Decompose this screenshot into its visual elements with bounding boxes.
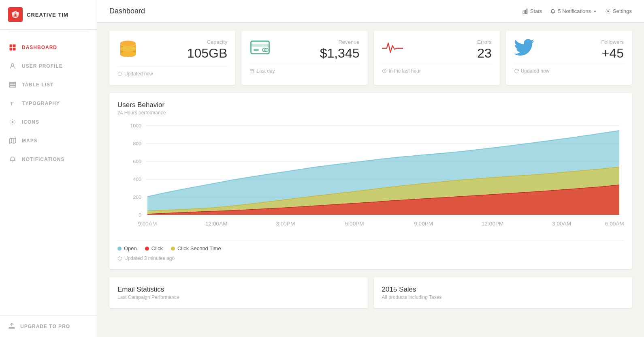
- chart-updated-text: Updated 3 minutes ago: [124, 255, 175, 261]
- chevron-down-icon: [593, 9, 597, 13]
- dashboard-svg: [9, 44, 16, 51]
- svg-text:9:00PM: 9:00PM: [414, 221, 433, 227]
- sidebar-item-icons[interactable]: ICONS: [0, 113, 97, 131]
- sidebar-item-user-profile[interactable]: USER PROFILE: [0, 57, 97, 75]
- svg-point-24: [607, 11, 609, 12]
- database-svg: [117, 39, 139, 60]
- sidebar-label-table-list: TABLE LIST: [22, 82, 53, 88]
- chart-legend: Open Click Click Second Time: [117, 240, 624, 251]
- upgrade-label: UPGRADE TO PRO: [20, 324, 70, 329]
- svg-text:12:00AM: 12:00AM: [205, 221, 228, 227]
- stats-action[interactable]: Stats: [522, 8, 542, 14]
- sidebar-label-dashboard: DASHBOARD: [22, 45, 57, 50]
- legend-click-dot: [145, 247, 149, 251]
- svg-point-25: [120, 41, 136, 46]
- capacity-footer-text: Updated now: [124, 71, 153, 77]
- upgrade-to-pro-button[interactable]: UPGRADE TO PRO: [8, 322, 89, 331]
- sidebar: CREATIVE TIM DASHBOARD: [0, 0, 97, 337]
- icons-svg: [9, 118, 16, 126]
- email-stats-title: Email Statistics: [117, 285, 360, 294]
- errors-info: Errors 23: [477, 39, 492, 60]
- svg-rect-29: [251, 44, 269, 47]
- sidebar-label-typography: TYPOGRAPHY: [22, 101, 60, 106]
- sidebar-divider: [8, 32, 89, 32]
- svg-rect-23: [526, 9, 527, 13]
- sidebar-item-maps[interactable]: MAPS: [0, 131, 97, 150]
- svg-rect-4: [10, 45, 13, 47]
- svg-rect-20: [9, 328, 15, 328]
- svg-point-27: [120, 51, 136, 57]
- capacity-info: Capacity 105GB: [187, 39, 228, 60]
- icons-nav-icon: [8, 118, 17, 127]
- chart-updated: Updated 3 minutes ago: [117, 255, 624, 261]
- legend-click: Click: [145, 245, 163, 251]
- calendar-icon: [249, 69, 254, 73]
- sidebar-item-table-list[interactable]: TABLE LIST: [0, 75, 97, 94]
- settings-action[interactable]: Settings: [605, 8, 632, 14]
- sidebar-item-typography[interactable]: T TYPOGRAPHY: [0, 94, 97, 113]
- svg-rect-5: [13, 45, 16, 47]
- sales-title: 2015 Sales: [382, 285, 624, 294]
- sidebar-footer: UPGRADE TO PRO: [0, 316, 97, 337]
- content-area: Capacity 105GB Updated now: [97, 23, 644, 337]
- svg-text:3:00PM: 3:00PM: [276, 221, 295, 227]
- svg-text:400: 400: [133, 177, 141, 182]
- svg-point-8: [11, 64, 14, 66]
- notifications-action[interactable]: 5 Notifications: [550, 8, 597, 14]
- database-icon: [117, 39, 139, 62]
- twitter-icon: [514, 39, 534, 58]
- stats-icon: [522, 9, 528, 14]
- svg-rect-9: [10, 82, 16, 84]
- sidebar-logo: CREATIVE TIM: [0, 0, 97, 30]
- revenue-value: $1,345: [320, 47, 360, 60]
- typography-svg: T: [9, 100, 16, 107]
- capacity-label: Capacity: [187, 39, 228, 45]
- user-svg: [9, 62, 16, 70]
- svg-rect-7: [13, 48, 16, 51]
- sidebar-label-icons: ICONS: [22, 119, 39, 125]
- header: Dashboard Stats 5 Notifications: [97, 0, 644, 23]
- logo-icon: [8, 7, 23, 22]
- notifications-label: 5 Notifications: [558, 8, 591, 14]
- svg-text:0: 0: [139, 213, 141, 217]
- svg-text:9:00AM: 9:00AM: [138, 221, 157, 227]
- table-list-icon: [8, 80, 17, 89]
- errors-label: Errors: [477, 39, 492, 45]
- twitter-svg: [514, 39, 534, 56]
- svg-text:200: 200: [133, 195, 141, 200]
- sidebar-label-notifications: NOTIFICATIONS: [22, 157, 64, 162]
- stat-card-followers: Followers +45 Updated now: [506, 31, 632, 85]
- followers-value: +45: [601, 47, 624, 60]
- stat-card-capacity: Capacity 105GB Updated now: [109, 31, 235, 85]
- header-actions: Stats 5 Notifications Settings: [522, 8, 632, 14]
- chart-subtitle: 24 Hours performance: [117, 110, 624, 116]
- sidebar-item-dashboard[interactable]: DASHBOARD: [0, 38, 97, 57]
- svg-rect-21: [523, 11, 524, 13]
- revenue-footer: Last day: [249, 64, 359, 74]
- refresh-icon: [117, 71, 122, 76]
- notifications-svg: [9, 156, 16, 163]
- upload-svg: [8, 322, 15, 329]
- upgrade-icon: [8, 322, 15, 331]
- legend-click-second-dot: [171, 247, 175, 251]
- payment-card-svg: [249, 39, 271, 56]
- svg-point-13: [12, 122, 13, 123]
- chart-refresh-icon: [117, 256, 122, 261]
- chart-title: Users Behavior: [117, 101, 624, 109]
- bottom-row: Email Statistics Last Campaign Performan…: [109, 277, 632, 308]
- sales-card: 2015 Sales All products including Taxes: [374, 277, 632, 308]
- stats-row: Capacity 105GB Updated now: [109, 31, 632, 85]
- svg-rect-30: [254, 49, 259, 51]
- heartbeat-svg: [382, 39, 403, 56]
- sales-subtitle: All products including Taxes: [382, 294, 624, 300]
- email-statistics-card: Email Statistics Last Campaign Performan…: [109, 277, 368, 308]
- sidebar-label-maps: MAPS: [22, 138, 38, 144]
- legend-open-dot: [117, 247, 122, 251]
- errors-footer-text: In the last hour: [389, 68, 421, 74]
- sidebar-nav: DASHBOARD USER PROFILE TABLE LIST: [0, 34, 97, 316]
- stat-card-revenue: Revenue $1,345 Last day: [241, 31, 367, 85]
- capacity-footer: Updated now: [117, 67, 227, 77]
- sidebar-label-user-profile: USER PROFILE: [22, 63, 63, 69]
- followers-footer: Updated now: [514, 64, 624, 74]
- sidebar-item-notifications[interactable]: NOTIFICATIONS: [0, 150, 97, 169]
